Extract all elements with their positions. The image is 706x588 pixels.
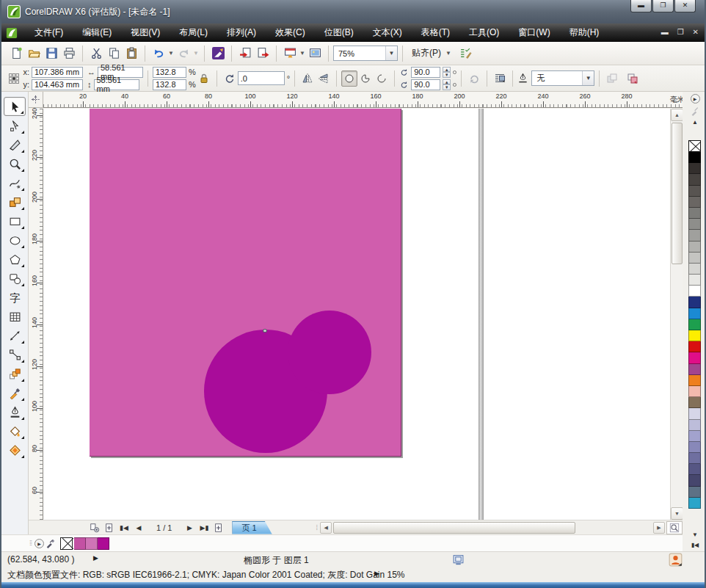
scroll-up-button[interactable]: ▲ bbox=[671, 109, 683, 121]
document-color-swatch-2[interactable] bbox=[98, 537, 109, 550]
color-swatch-15[interactable] bbox=[688, 319, 701, 330]
scroll-left-button[interactable]: ◀ bbox=[320, 522, 332, 534]
add-page-after-button[interactable] bbox=[211, 523, 226, 533]
table-tool[interactable] bbox=[4, 307, 26, 326]
color-swatch-6[interactable] bbox=[688, 219, 701, 230]
color-swatch-0[interactable] bbox=[688, 152, 701, 163]
color-swatch-5[interactable] bbox=[688, 208, 701, 219]
options-button[interactable] bbox=[456, 45, 474, 62]
color-swatch-20[interactable] bbox=[688, 375, 701, 386]
palette-no-fill-swatch[interactable] bbox=[688, 140, 701, 152]
color-swatch-28[interactable] bbox=[688, 464, 701, 475]
crop-tool[interactable] bbox=[4, 135, 26, 154]
new-document-button[interactable] bbox=[7, 45, 25, 62]
snap-dropdown-arrow[interactable]: ▼ bbox=[445, 50, 452, 57]
vertical-ruler[interactable]: 2402202001801601401201008060 bbox=[29, 109, 43, 520]
color-swatch-17[interactable] bbox=[688, 341, 701, 352]
y-position-field[interactable]: 104.463 mm bbox=[32, 79, 83, 90]
color-swatch-22[interactable] bbox=[688, 397, 701, 408]
restore-button[interactable]: ❐ bbox=[652, 0, 674, 12]
menu-item-9[interactable]: 工具(O) bbox=[459, 23, 509, 42]
application-launcher-button[interactable] bbox=[281, 45, 299, 62]
first-page-button[interactable]: ▮◀ bbox=[117, 524, 131, 531]
color-swatch-27[interactable] bbox=[688, 453, 701, 464]
print-button[interactable] bbox=[60, 45, 78, 62]
mirror-vertical-button[interactable] bbox=[316, 70, 332, 87]
paste-button[interactable] bbox=[123, 45, 140, 62]
color-swatch-13[interactable] bbox=[688, 297, 701, 308]
welcome-screen-button[interactable] bbox=[306, 45, 324, 62]
menu-item-8[interactable]: 表格(T) bbox=[412, 23, 459, 42]
outline-width-combo[interactable]: 无 ▼ bbox=[531, 70, 594, 86]
membership-account-icon[interactable] bbox=[669, 553, 683, 567]
horizontal-scroll-thumb[interactable] bbox=[333, 522, 575, 534]
snap-to-button[interactable]: 贴齐(P) ▼ bbox=[407, 46, 456, 61]
end-angle-field[interactable]: 90.0 bbox=[411, 79, 440, 90]
menu-item-10[interactable]: 窗口(W) bbox=[509, 23, 559, 42]
palette-expand-button[interactable]: ▮◀ bbox=[691, 542, 699, 548]
ellipse-mode-button[interactable] bbox=[341, 70, 357, 87]
search-content-button[interactable] bbox=[209, 45, 227, 62]
no-color-swatch[interactable] bbox=[60, 537, 73, 550]
wrap-text-button[interactable] bbox=[492, 70, 508, 87]
fill-tool[interactable] bbox=[4, 421, 26, 440]
color-swatch-31[interactable] bbox=[688, 498, 701, 509]
page-tab[interactable]: 页 1 bbox=[232, 521, 272, 534]
document-color-swatch-0[interactable] bbox=[74, 537, 86, 550]
basic-shapes-tool[interactable] bbox=[4, 269, 26, 288]
color-swatch-3[interactable] bbox=[688, 186, 701, 197]
redo-button[interactable] bbox=[175, 45, 192, 62]
color-swatch-12[interactable] bbox=[688, 286, 701, 297]
color-swatch-23[interactable] bbox=[688, 408, 701, 419]
minimize-button[interactable]: ▬ bbox=[630, 0, 652, 12]
end-angle-spinner[interactable]: ▲▼ bbox=[443, 79, 451, 90]
undo-button[interactable] bbox=[150, 45, 167, 62]
ruler-origin-button[interactable] bbox=[29, 92, 43, 108]
menu-item-6[interactable]: 位图(B) bbox=[315, 23, 363, 42]
scale-x-field[interactable]: 132.8 bbox=[153, 67, 186, 78]
vertical-scrollbar[interactable]: ▲ ▼ bbox=[670, 109, 683, 520]
menu-item-2[interactable]: 视图(V) bbox=[121, 23, 170, 42]
smart-fill-tool[interactable] bbox=[4, 192, 26, 211]
profile-flyout-arrow[interactable]: ▶ bbox=[374, 570, 379, 577]
copy-button[interactable] bbox=[105, 45, 123, 62]
save-button[interactable] bbox=[43, 45, 60, 62]
scroll-right-button[interactable]: ▶ bbox=[653, 522, 665, 534]
color-swatch-14[interactable] bbox=[688, 308, 701, 319]
scale-y-field[interactable]: 132.8 bbox=[153, 79, 186, 90]
document-palette-flyout-button[interactable]: ▶ bbox=[34, 539, 44, 548]
object-height-field[interactable]: 58.561 mm bbox=[94, 79, 139, 90]
change-direction-button[interactable] bbox=[466, 70, 482, 87]
rotation-angle-field[interactable]: .0 bbox=[238, 71, 285, 85]
vertical-scroll-thumb[interactable] bbox=[672, 123, 683, 264]
color-proof-icon[interactable] bbox=[452, 553, 465, 566]
color-swatch-21[interactable] bbox=[688, 386, 701, 397]
menu-item-7[interactable]: 文本(X) bbox=[363, 23, 412, 42]
menu-item-1[interactable]: 编辑(E) bbox=[73, 23, 121, 42]
menu-item-3[interactable]: 布局(L) bbox=[170, 23, 217, 42]
page-settings-icon[interactable] bbox=[87, 523, 102, 533]
pie-mode-button[interactable] bbox=[357, 70, 374, 87]
outline-width-arrow[interactable]: ▼ bbox=[582, 71, 594, 85]
color-swatch-24[interactable] bbox=[688, 420, 701, 431]
blend-tool[interactable] bbox=[4, 364, 26, 383]
color-swatch-2[interactable] bbox=[688, 174, 701, 185]
menu-item-4[interactable]: 排列(A) bbox=[217, 23, 266, 42]
cut-button[interactable] bbox=[87, 45, 105, 62]
mirror-horizontal-button[interactable] bbox=[299, 70, 316, 87]
document-color-swatch-1[interactable] bbox=[86, 537, 98, 550]
small-ellipse-shape[interactable] bbox=[288, 311, 371, 394]
x-position-field[interactable]: 107.386 mm bbox=[32, 67, 83, 78]
to-back-of-layer-button[interactable] bbox=[604, 70, 620, 87]
polygon-tool[interactable] bbox=[4, 250, 26, 269]
zoom-tool[interactable] bbox=[4, 154, 26, 173]
color-swatch-26[interactable] bbox=[688, 442, 701, 453]
next-page-button[interactable]: ▶ bbox=[182, 524, 197, 531]
redo-dropdown-arrow[interactable]: ▼ bbox=[192, 50, 200, 57]
open-button[interactable] bbox=[25, 45, 43, 62]
color-swatch-7[interactable] bbox=[688, 230, 701, 241]
freehand-tool[interactable] bbox=[4, 173, 26, 192]
menu-item-0[interactable]: 文件(F) bbox=[25, 23, 73, 42]
document-navigator-button[interactable] bbox=[666, 521, 683, 534]
color-swatch-30[interactable] bbox=[688, 487, 701, 498]
